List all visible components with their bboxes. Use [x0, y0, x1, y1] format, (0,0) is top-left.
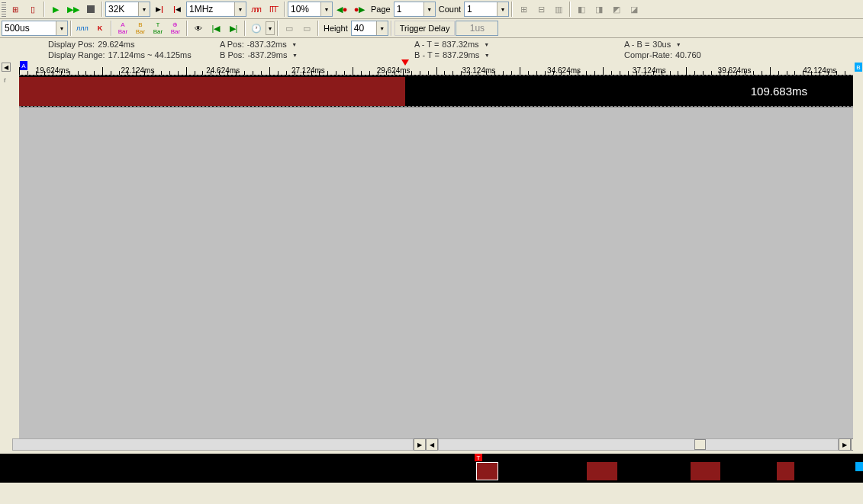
memory-size-input[interactable] [106, 2, 138, 16]
hscroll-right-1[interactable]: ▶ [414, 438, 426, 451]
count-label: Count [436, 5, 463, 14]
b-pos-label: B Pos: [220, 50, 244, 59]
page-input[interactable] [394, 2, 423, 16]
page-combo[interactable]: ▼ [394, 2, 436, 17]
separator [70, 21, 72, 36]
config-button[interactable]: ⊞ [7, 2, 24, 17]
clock-button[interactable]: 🕐 [248, 21, 265, 36]
overview-trigger-flag[interactable]: T [475, 454, 482, 461]
zoom-combo[interactable]: ▼ [288, 2, 333, 17]
trigger-delay-value [456, 21, 498, 35]
dropdown-arrow-icon[interactable]: ▼ [234, 2, 246, 16]
hscroll-thumb[interactable] [694, 439, 707, 450]
signal-area: 109.683ms [19, 75, 853, 107]
search-button[interactable]: 👁 [190, 21, 207, 36]
time-div-combo[interactable]: ▼ [2, 21, 68, 36]
a-pos-value: -837.32ms [247, 40, 287, 49]
timeline-ruler[interactable]: A 19.624ms22.124ms24.624ms27.124ms29.624… [19, 61, 853, 75]
overview-chunk [691, 462, 721, 480]
goto-next-button[interactable]: ▶| [225, 21, 242, 36]
a-b-dropdown[interactable]: ▼ [674, 40, 683, 49]
hscroll-track-1[interactable] [12, 438, 414, 451]
sample-rate-combo[interactable]: ▼ [186, 2, 246, 17]
height-input[interactable] [352, 21, 376, 35]
dropdown-arrow-icon[interactable]: ▼ [497, 2, 508, 16]
count-input[interactable] [465, 2, 497, 16]
gutter-scroll-left[interactable]: ◀ [2, 63, 11, 72]
a-b-value: 30us [652, 40, 671, 49]
bar-toggle-button[interactable]: ⊕Bar [167, 21, 184, 36]
overview-end-marker [855, 462, 863, 471]
device-button[interactable]: ▯ [24, 2, 41, 17]
a-t-dropdown[interactable]: ▼ [482, 40, 491, 49]
align-4-button: ◪ [626, 2, 642, 17]
overview-viewport-window[interactable] [476, 462, 498, 480]
a-t-label: A - T = [414, 40, 439, 49]
main-waveform-area: ◀ r A 19.624ms22.124ms24.624ms27.124ms29… [0, 61, 863, 452]
hscroll-outer: ◀ ▶ ◀ ▶ ▼ [0, 438, 863, 451]
align-1-button: ◧ [573, 2, 590, 17]
marker-b-flag[interactable]: B [855, 63, 862, 72]
align-3-button: ◩ [608, 2, 625, 17]
wave-2-button[interactable]: ГГГ [265, 2, 282, 17]
count-combo[interactable]: ▼ [464, 2, 509, 17]
overview-chunk [587, 462, 617, 480]
toolbar-row-1: ⊞ ▯ ▶ ▶▶ ▼ ▶| |◀ ▼ ллл ГГГ ▼ ◀● ●▶ Page … [0, 0, 863, 19]
separator [186, 21, 188, 36]
prev-marker-button[interactable]: ▶| [151, 2, 168, 17]
separator [317, 21, 319, 36]
hscroll-right-2[interactable]: ▶ [839, 438, 851, 451]
display-range-label: Display Range: [48, 50, 105, 59]
align-2-button: ◨ [591, 2, 607, 17]
a-t-value: 837.32ms [442, 40, 478, 49]
signal-pulse [19, 77, 405, 106]
bar-t-button[interactable]: TBar [150, 21, 166, 36]
separator [244, 21, 246, 36]
trigger-marker-icon[interactable] [401, 59, 409, 66]
toolbar-row-2: ▼ ллл K ABar BBar TBar ⊕Bar 👁 |◀ ▶| 🕐 ▼ … [0, 19, 863, 38]
b-pos-value: -837.29ms [247, 50, 287, 59]
hscroll-left-2[interactable]: ◀ [426, 438, 438, 451]
memory-size-combo[interactable]: ▼ [105, 2, 150, 17]
time-div-input[interactable] [2, 21, 56, 35]
wave-1-button[interactable]: ллл [247, 2, 264, 17]
stop-button[interactable] [82, 2, 99, 17]
grid-2-button: ⊟ [533, 2, 549, 17]
zoom-next-button[interactable]: ●▶ [351, 2, 368, 17]
fast-forward-button[interactable]: ▶▶ [65, 2, 82, 17]
bar-a-button[interactable]: ABar [114, 21, 131, 36]
trigger-delay-display [456, 21, 498, 36]
b-t-value: 837.29ms [443, 50, 479, 59]
dropdown-arrow-icon[interactable]: ▼ [56, 21, 67, 35]
sample-rate-input[interactable] [187, 2, 234, 16]
goto-prev-button[interactable]: |◀ [208, 21, 224, 36]
zoom-input[interactable] [288, 2, 320, 16]
dropdown-arrow-icon[interactable]: ▼ [376, 21, 388, 35]
bar-b-button[interactable]: BBar [132, 21, 149, 36]
overview-bar[interactable]: T [0, 454, 863, 483]
b-pos-dropdown[interactable]: ▼ [290, 50, 299, 59]
signal-timing-text: 109.683ms [751, 85, 807, 98]
hscroll-track-2[interactable] [438, 438, 839, 451]
next-marker-button[interactable]: |◀ [169, 2, 185, 17]
wave-icon-button[interactable]: ллл [74, 21, 91, 36]
a-pos-dropdown[interactable]: ▼ [290, 40, 299, 49]
marker-a-flag[interactable]: A [20, 61, 27, 70]
separator [511, 2, 513, 17]
cursor-k-button[interactable]: K [92, 21, 108, 36]
compr-value: 40.760 [675, 50, 701, 59]
dropdown-arrow-icon[interactable]: ▼ [423, 2, 435, 16]
left-gutter: ◀ r [0, 61, 19, 452]
play-button[interactable]: ▶ [47, 2, 64, 17]
signal-row[interactable]: 109.683ms [19, 75, 853, 107]
height-combo[interactable]: ▼ [351, 21, 388, 36]
b-t-dropdown[interactable]: ▼ [482, 50, 491, 59]
separator [569, 2, 571, 17]
clock-dropdown[interactable]: ▼ [266, 21, 275, 35]
zoom-prev-button[interactable]: ◀● [333, 2, 350, 17]
ruler-label: 22.124ms [121, 66, 154, 75]
gutter-label: r [4, 76, 6, 84]
waveform-body[interactable] [19, 107, 853, 438]
dropdown-arrow-icon[interactable]: ▼ [138, 2, 150, 16]
dropdown-arrow-icon[interactable]: ▼ [320, 2, 332, 16]
